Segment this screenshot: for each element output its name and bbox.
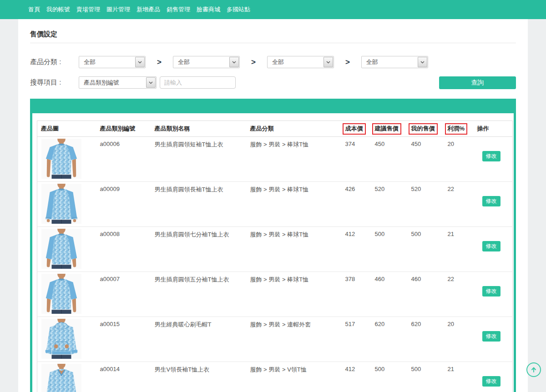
product-image-cell <box>37 227 96 272</box>
nav-item-home[interactable]: 首頁 <box>25 0 43 19</box>
my-price: 620 <box>408 317 444 362</box>
product-image <box>41 229 82 269</box>
edit-button[interactable]: 修改 <box>482 151 500 161</box>
product-image-cell <box>37 362 96 392</box>
top-navigation: 首頁 我的帳號 賣場管理 圖片管理 新增產品 銷售管理 臉書商城 多國站點 <box>0 0 546 19</box>
profit-percent: 21 <box>444 362 474 392</box>
search-filter-row: 搜尋項目 : 產品類別編號 查詢 <box>30 76 516 89</box>
category-filter-label: 產品分類 : <box>30 58 79 66</box>
product-name: 男生V領長袖T恤上衣 <box>151 362 247 392</box>
dropdown-arrow-icon <box>135 57 145 67</box>
highlight-box: 我的售價 <box>409 123 438 135</box>
product-image-cell <box>37 137 96 182</box>
highlight-box: 利潤% <box>445 123 468 135</box>
cost-price: 412 <box>342 227 371 272</box>
category-filter-row: 產品分類 : 全部 > 全部 > 全部 > 全部 <box>30 56 516 68</box>
edit-button[interactable]: 修改 <box>482 196 500 206</box>
content-panel: 售價設定 產品分類 : 全部 > 全部 > 全部 > 全部 <box>18 19 528 392</box>
product-image-cell <box>37 182 96 227</box>
suggested-price: 460 <box>371 272 408 317</box>
table-row: a00008男生插肩圓領七分袖T恤上衣服飾 > 男裝 > 棒球T恤4125005… <box>37 227 513 272</box>
nav-item-images[interactable]: 圖片管理 <box>103 0 133 19</box>
my-price: 500 <box>408 227 444 272</box>
action-cell: 修改 <box>474 272 513 317</box>
my-price: 520 <box>408 182 444 227</box>
my-price: 460 <box>408 272 444 317</box>
filters-section: 產品分類 : 全部 > 全部 > 全部 > 全部 搜尋項目 : <box>30 56 516 89</box>
product-code: a00014 <box>96 362 151 392</box>
edit-button[interactable]: 修改 <box>482 331 500 342</box>
my-price: 500 <box>408 362 444 392</box>
product-code: a00009 <box>96 182 151 227</box>
table-header-row: 產品圖 產品類別編號 產品類別名稱 產品分類 成本價 建議售價 我的售價 利潤%… <box>37 121 513 137</box>
nav-item-multi-site[interactable]: 多國站點 <box>223 0 253 19</box>
suggested-price: 500 <box>371 362 408 392</box>
dropdown-arrow-icon <box>418 57 427 67</box>
search-input[interactable] <box>160 76 236 89</box>
category-select-1[interactable]: 全部 <box>79 56 146 68</box>
nav-item-sales[interactable]: 銷售管理 <box>163 0 193 19</box>
table-row: a00007男生插肩圓領五分袖T恤上衣服飾 > 男裝 > 棒球T恤3784604… <box>37 272 513 317</box>
profit-percent: 21 <box>444 227 474 272</box>
profit-percent: 20 <box>444 317 474 362</box>
product-name: 男生插肩圓領長袖T恤上衣 <box>151 182 247 227</box>
product-image <box>41 139 82 179</box>
suggested-price: 520 <box>371 182 408 227</box>
suggested-price: 620 <box>371 317 408 362</box>
product-image <box>41 184 82 224</box>
col-header-action: 操作 <box>474 121 513 137</box>
product-image-cell <box>37 317 96 362</box>
col-header-profit: 利潤% <box>444 121 474 137</box>
page-title: 售價設定 <box>30 30 516 39</box>
chevron-right-icon: > <box>251 58 256 67</box>
product-image <box>41 274 82 314</box>
product-code: a00007 <box>96 272 151 317</box>
col-header-code: 產品類別編號 <box>96 121 151 137</box>
cost-price: 426 <box>342 182 371 227</box>
category-select-2[interactable]: 全部 <box>173 56 240 68</box>
product-name: 男生插肩圓領七分袖T恤上衣 <box>151 227 247 272</box>
chevron-right-icon: > <box>157 58 162 67</box>
table-row: a00015男生經典暖心刷毛帽T服飾 > 男裝 > 連帽外套5176206202… <box>37 317 513 362</box>
price-table: 產品圖 產品類別編號 產品類別名稱 產品分類 成本價 建議售價 我的售價 利潤%… <box>37 121 513 392</box>
action-cell: 修改 <box>474 317 513 362</box>
nav-item-account[interactable]: 我的帳號 <box>43 0 73 19</box>
product-image-cell <box>37 272 96 317</box>
product-category: 服飾 > 男裝 > 棒球T恤 <box>247 227 342 272</box>
table-row: a00009男生插肩圓領長袖T恤上衣服飾 > 男裝 > 棒球T恤42652052… <box>37 182 513 227</box>
price-table-container: 產品圖 產品類別編號 產品類別名稱 產品分類 成本價 建議售價 我的售價 利潤%… <box>30 99 516 392</box>
profit-percent: 22 <box>444 182 474 227</box>
product-name: 男生插肩圓領五分袖T恤上衣 <box>151 272 247 317</box>
edit-button[interactable]: 修改 <box>482 286 500 297</box>
product-category: 服飾 > 男裝 > 棒球T恤 <box>247 272 342 317</box>
search-type-select[interactable]: 產品類別編號 <box>79 76 157 89</box>
category-select-4[interactable]: 全部 <box>361 56 428 68</box>
cost-price: 374 <box>342 137 371 182</box>
edit-button[interactable]: 修改 <box>482 376 500 387</box>
product-category: 服飾 > 男裝 > V領T恤 <box>247 362 342 392</box>
col-header-mine: 我的售價 <box>408 121 444 137</box>
product-name: 男生插肩圓領短袖T恤上衣 <box>151 137 247 182</box>
table-row: a00006男生插肩圓領短袖T恤上衣服飾 > 男裝 > 棒球T恤37445045… <box>37 137 513 182</box>
edit-button[interactable]: 修改 <box>482 241 500 251</box>
query-button[interactable]: 查詢 <box>439 76 516 89</box>
action-cell: 修改 <box>474 137 513 182</box>
table-row: a00014男生V領長袖T恤上衣服飾 > 男裝 > V領T恤4125005002… <box>37 362 513 392</box>
suggested-price: 500 <box>371 227 408 272</box>
scroll-top-button[interactable] <box>526 362 541 377</box>
col-header-image: 產品圖 <box>37 121 96 137</box>
dropdown-arrow-icon <box>229 57 239 67</box>
highlight-box: 成本價 <box>343 123 366 135</box>
arrow-up-icon <box>530 366 538 374</box>
cost-price: 517 <box>342 317 371 362</box>
nav-item-store[interactable]: 賣場管理 <box>73 0 103 19</box>
category-select-3[interactable]: 全部 <box>267 56 334 68</box>
product-code: a00006 <box>96 137 151 182</box>
product-category: 服飾 > 男裝 > 棒球T恤 <box>247 182 342 227</box>
table-area: 產品圖 產品類別編號 產品類別名稱 產品分類 成本價 建議售價 我的售價 利潤%… <box>30 113 516 392</box>
product-category: 服飾 > 男裝 > 棒球T恤 <box>247 137 342 182</box>
nav-item-facebook-mall[interactable]: 臉書商城 <box>193 0 223 19</box>
product-code: a00008 <box>96 227 151 272</box>
nav-item-add-product[interactable]: 新增產品 <box>133 0 163 19</box>
highlight-box: 建議售價 <box>372 123 401 135</box>
